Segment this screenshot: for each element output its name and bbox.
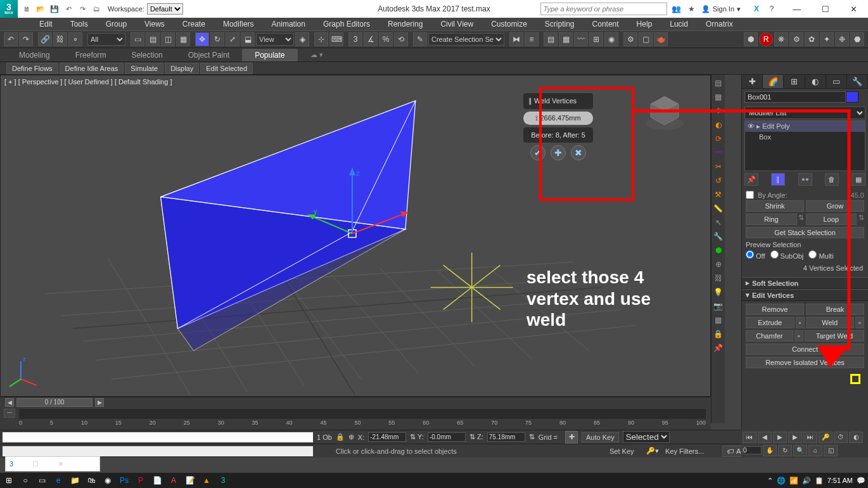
office-icon[interactable]: 📄 [151,474,163,487]
define-flows-button[interactable]: Define Flows [6,63,58,74]
object-name-input[interactable] [744,91,846,103]
plugin3-icon[interactable]: ⚙ [789,32,803,46]
pivot-icon[interactable]: ◈ [295,32,309,46]
goto-end-icon[interactable]: ⏭ [803,432,817,443]
node-icon[interactable]: ⬢ [713,245,724,256]
tray-time[interactable]: 7:51 AM [827,477,853,484]
nav-zoom-icon[interactable]: 🔍 [793,445,807,456]
cam-icon[interactable]: 📷 [713,300,724,312]
plugin6-icon[interactable]: ❉ [835,32,849,46]
select-icon[interactable]: ▭ [131,32,144,46]
object-color-swatch[interactable] [846,91,858,103]
start-icon[interactable]: ⊞ [3,474,15,487]
hammer-icon[interactable]: ⚒ [713,189,724,200]
nav-fov-icon[interactable]: ⌂ [808,445,822,456]
autokey-button[interactable]: Auto Key [582,432,619,442]
connect-button[interactable]: Connect [746,344,864,355]
select-region-icon[interactable]: ◫ [161,32,175,46]
explorer-window-tab[interactable]: 3 ☐ ✕ [5,456,100,472]
cursor-icon[interactable]: ↖ [713,217,724,228]
bind-icon[interactable]: ⚬ [68,32,82,46]
modifier-list-dropdown[interactable]: Modifier List [744,106,865,119]
redo-icon[interactable]: ↷ [19,32,33,46]
remove-modifier-icon[interactable]: 🗑 [825,173,839,186]
stack-item-box[interactable]: Box [745,132,865,142]
vlc-icon[interactable]: ▲ [200,474,213,487]
joint-icon[interactable]: ⊕ [713,259,724,270]
spinner-snap-icon[interactable]: ⟲ [394,32,408,46]
time-config-icon[interactable]: ⏱ [834,432,848,443]
coord-sys-icon[interactable]: ⊕ [348,433,354,441]
tray-notif-icon[interactable]: 💬 [857,477,865,485]
break-button[interactable]: Break [806,304,864,315]
show-end-result-icon[interactable]: ∥ [771,173,785,186]
get-stack-button[interactable]: Get Stack Selection [746,227,864,238]
extrude-button[interactable]: Extrude [746,317,795,328]
chamfer-settings-button[interactable]: ▫ [795,330,803,342]
manipulate-icon[interactable]: ⊹ [314,32,328,46]
tab-populate[interactable]: Populate [242,49,297,61]
menu-create[interactable]: Create [174,18,214,30]
ring-button[interactable]: Ring [746,214,797,225]
help-icon[interactable]: ? [766,3,777,15]
configure-sets-icon[interactable]: ▦ [852,173,865,186]
menu-grapheditors[interactable]: Graph Editors [314,18,379,30]
viewcube[interactable] [639,87,690,138]
menu-ornatrix[interactable]: Ornatrix [697,18,742,30]
select-name-icon[interactable]: ▤ [146,32,160,46]
angle-snap-icon[interactable]: ∡ [364,32,378,46]
tray-battery-icon[interactable]: 📋 [815,477,824,485]
edit-selected-button[interactable]: Edit Selected [200,63,253,74]
unlink-icon[interactable]: ⛓ [53,32,67,46]
plugin-icon[interactable]: ⬢ [744,32,758,46]
plugin7-icon[interactable]: ⬣ [850,32,864,46]
photoshop-icon[interactable]: Ps [118,474,131,487]
named-selection-set[interactable]: Create Selection Se [428,33,504,46]
plugin5-icon[interactable]: ✦ [820,32,834,46]
z-coord-input[interactable] [487,432,525,442]
light-icon[interactable]: 💡 [713,286,724,298]
time-next-button[interactable]: ▶ [95,398,104,407]
plugin2-icon[interactable]: ❋ [774,32,788,46]
close-button[interactable]: ✕ [839,0,868,18]
nav-max-icon[interactable]: ◱ [824,445,838,456]
setkey-large-icon[interactable]: ✚ [565,431,578,444]
search-input[interactable] [540,3,667,15]
caddy-threshold-input[interactable]: ⟟ 2666.475mm [523,112,593,125]
percent-snap-icon[interactable]: % [379,32,393,46]
grid-icon[interactable]: ▦ [713,314,724,326]
layer-icon[interactable]: ▤ [713,77,724,89]
save-icon[interactable]: 💾 [48,3,61,15]
menu-views[interactable]: Views [136,18,174,30]
play-icon[interactable]: ▶ [773,432,787,443]
display-tab-icon[interactable]: ▭ [826,75,847,88]
target-weld-button[interactable]: Target Weld [805,330,864,342]
3dsmax-icon[interactable]: 3 [217,474,229,487]
chamfer-button[interactable]: Chamfer [746,330,793,342]
key-filter-dropdown[interactable]: Selected [623,431,670,443]
menu-edit[interactable]: Edit [30,18,61,30]
ribbon-minimize-icon[interactable]: ☁ ▾ [310,51,323,59]
undo-icon[interactable]: ↶ [62,3,75,15]
maxscript-mini[interactable] [3,446,313,456]
simulate-button[interactable]: Simulate [125,63,163,74]
current-frame-input[interactable] [743,446,762,454]
remove-isolated-button[interactable]: Remove Isolated Vertices [746,357,864,368]
tray-wifi-icon[interactable]: 📶 [789,477,798,485]
pin-icon[interactable]: 📌 [713,342,724,354]
tray-up-icon[interactable]: ⌃ [767,477,773,485]
nav-orbit-icon[interactable]: ↻ [778,445,792,456]
selection-filter[interactable]: All [87,33,125,46]
workspace-dropdown[interactable]: Default [147,3,183,15]
modify-tab-icon[interactable]: 🌈 [763,75,784,88]
caddy-ok-icon[interactable]: ✔ [530,145,546,160]
workspace-selector[interactable]: Workspace: Default [108,3,183,15]
plugin4-icon[interactable]: ✿ [805,32,819,46]
placement-icon[interactable]: ⬓ [241,32,255,46]
open-icon[interactable]: 📂 [34,3,47,15]
window-crossing-icon[interactable]: ▦ [176,32,190,46]
explorer-restore-icon[interactable]: ☐ [32,460,39,468]
ref-coord-system[interactable]: View [256,33,294,46]
utilities-tab-icon[interactable]: 🔧 [847,75,868,88]
stack-item-editpoly[interactable]: 👁 ▸ Edit Poly [745,121,865,132]
